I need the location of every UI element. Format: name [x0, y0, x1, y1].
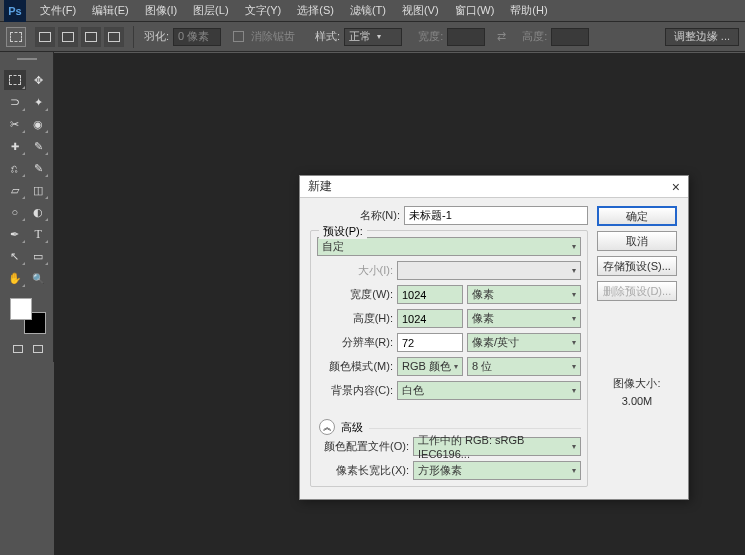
advanced-label: 高级 — [341, 420, 363, 435]
bool-sub-icon[interactable] — [81, 27, 101, 47]
menu-window[interactable]: 窗口(W) — [447, 3, 503, 18]
resolution-input[interactable] — [397, 333, 463, 352]
pixel-aspect-select[interactable]: 方形像素▾ — [413, 461, 581, 480]
marquee-tool[interactable] — [4, 70, 26, 90]
menu-edit[interactable]: 编辑(E) — [84, 3, 137, 18]
color-swatches[interactable] — [10, 298, 46, 334]
menu-type[interactable]: 文字(Y) — [237, 3, 290, 18]
save-preset-button[interactable]: 存储预设(S)... — [597, 256, 677, 276]
bg-content-select[interactable]: 白色▾ — [397, 381, 581, 400]
height-input — [551, 28, 589, 46]
bit-depth-select[interactable]: 8 位▾ — [467, 357, 581, 376]
dialog-titlebar[interactable]: 新建 × — [300, 176, 688, 198]
pen-tool[interactable] — [4, 224, 26, 244]
crop-tool[interactable] — [4, 114, 26, 134]
history-brush-tool[interactable] — [28, 158, 50, 178]
foreground-swatch[interactable] — [10, 298, 32, 320]
bool-add-icon[interactable] — [58, 27, 78, 47]
size-label: 大小(I): — [317, 263, 393, 278]
marquee-tool-icon[interactable] — [6, 27, 26, 47]
resolution-label: 分辨率(R): — [317, 335, 393, 350]
resolution-unit-select[interactable]: 像素/英寸▾ — [467, 333, 581, 352]
dlg-height-input[interactable] — [397, 309, 463, 328]
color-mode-select[interactable]: RGB 颜色▾ — [397, 357, 463, 376]
name-label: 名称(N): — [310, 208, 400, 223]
refine-edge-button[interactable]: 调整边缘 ... — [665, 28, 739, 46]
pixel-aspect-label: 像素长宽比(X): — [317, 463, 409, 478]
dodge-tool[interactable] — [28, 202, 50, 222]
antialias-checkbox — [233, 31, 244, 42]
delete-preset-button: 删除预设(D)... — [597, 281, 677, 301]
type-tool[interactable] — [28, 224, 50, 244]
menu-view[interactable]: 视图(V) — [394, 3, 447, 18]
bg-content-label: 背景内容(C): — [317, 383, 393, 398]
blur-tool[interactable] — [4, 202, 26, 222]
dlg-width-unit-select[interactable]: 像素▾ — [467, 285, 581, 304]
move-tool[interactable] — [28, 70, 50, 90]
eraser-tool[interactable] — [4, 180, 26, 200]
menu-filter[interactable]: 滤镜(T) — [342, 3, 394, 18]
feather-input[interactable] — [173, 28, 221, 46]
width-input — [447, 28, 485, 46]
heal-tool[interactable] — [4, 136, 26, 156]
preset-select[interactable]: 自定▾ — [317, 237, 581, 256]
eyedropper-tool[interactable] — [28, 114, 50, 134]
dlg-width-label: 宽度(W): — [317, 287, 393, 302]
style-label: 样式: — [315, 29, 340, 44]
dlg-height-unit-select[interactable]: 像素▾ — [467, 309, 581, 328]
bool-intersect-icon[interactable] — [104, 27, 124, 47]
path-select-tool[interactable] — [4, 246, 26, 266]
options-bar: 羽化: 消除锯齿 样式: 正常▾ 宽度: ⇄ 高度: 调整边缘 ... — [0, 22, 745, 52]
image-size-value: 3.00M — [613, 395, 660, 407]
dlg-height-label: 高度(H): — [317, 311, 393, 326]
size-select: ▾ — [397, 261, 581, 280]
ok-button[interactable]: 确定 — [597, 206, 677, 226]
menu-help[interactable]: 帮助(H) — [502, 3, 555, 18]
dialog-title: 新建 — [308, 178, 332, 195]
new-document-dialog: 新建 × 名称(N): 预设(P): 自定▾ 大小(I): ▾ 宽度(W): — [299, 175, 689, 500]
style-select[interactable]: 正常▾ — [344, 28, 402, 46]
dlg-width-input[interactable] — [397, 285, 463, 304]
hand-tool[interactable] — [4, 268, 26, 288]
wand-tool[interactable] — [28, 92, 50, 112]
height-label: 高度: — [522, 29, 547, 44]
menu-image[interactable]: 图像(I) — [137, 3, 185, 18]
name-input[interactable] — [404, 206, 588, 225]
menu-bar: Ps 文件(F) 编辑(E) 图像(I) 图层(L) 文字(Y) 选择(S) 滤… — [0, 0, 745, 22]
app-logo: Ps — [4, 0, 26, 22]
advanced-toggle-icon[interactable]: ︽ — [319, 419, 335, 435]
menu-file[interactable]: 文件(F) — [32, 3, 84, 18]
color-mode-label: 颜色模式(M): — [317, 359, 393, 374]
cancel-button[interactable]: 取消 — [597, 231, 677, 251]
feather-label: 羽化: — [144, 29, 169, 44]
swap-icon: ⇄ — [497, 30, 506, 43]
color-profile-label: 颜色配置文件(O): — [317, 439, 409, 454]
zoom-tool[interactable] — [28, 268, 50, 288]
brush-tool[interactable] — [28, 136, 50, 156]
image-size-label: 图像大小: — [613, 376, 660, 391]
width-label: 宽度: — [418, 29, 443, 44]
tool-palette — [0, 52, 54, 362]
close-icon[interactable]: × — [672, 179, 680, 195]
menu-select[interactable]: 选择(S) — [289, 3, 342, 18]
stamp-tool[interactable] — [4, 158, 26, 178]
preset-label: 预设(P): — [319, 224, 367, 239]
quickmask-icon[interactable] — [10, 342, 26, 356]
gradient-tool[interactable] — [28, 180, 50, 200]
shape-tool[interactable] — [28, 246, 50, 266]
palette-grip-icon[interactable] — [4, 58, 49, 66]
antialias-label: 消除锯齿 — [251, 29, 295, 44]
bool-new-icon[interactable] — [35, 27, 55, 47]
color-profile-select[interactable]: 工作中的 RGB: sRGB IEC6196...▾ — [413, 437, 581, 456]
screenmode-icon[interactable] — [30, 342, 46, 356]
lasso-tool[interactable] — [4, 92, 26, 112]
menu-layer[interactable]: 图层(L) — [185, 3, 236, 18]
